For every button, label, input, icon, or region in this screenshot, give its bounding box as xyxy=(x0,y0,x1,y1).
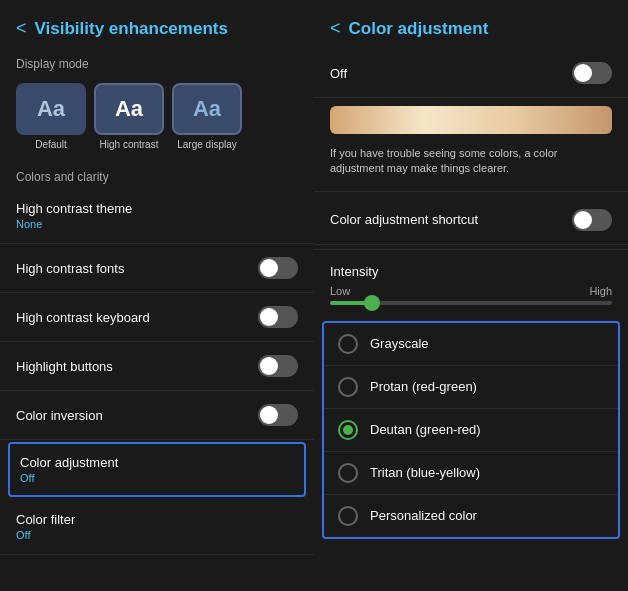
color-option-grayscale[interactable]: Grayscale xyxy=(324,323,618,366)
color-option-protan[interactable]: Protan (red-green) xyxy=(324,366,618,409)
color-adjustment-main-toggle-knob xyxy=(574,64,592,82)
setting-color-inversion[interactable]: Color inversion xyxy=(0,391,314,440)
radio-deutan[interactable] xyxy=(338,420,358,440)
color-option-protan-label: Protan (red-green) xyxy=(370,379,477,394)
color-adjustment-off-label: Off xyxy=(330,66,347,81)
intensity-section: Intensity Low High xyxy=(314,254,628,315)
high-contrast-fonts-toggle[interactable] xyxy=(258,257,298,279)
intensity-label: Intensity xyxy=(330,264,612,279)
setting-high-contrast-keyboard[interactable]: High contrast keyboard xyxy=(0,293,314,342)
color-adjustment-toggle-row[interactable]: Off xyxy=(314,49,628,98)
high-contrast-keyboard-toggle[interactable] xyxy=(258,306,298,328)
intensity-slider-thumb[interactable] xyxy=(364,295,380,311)
display-mode-row: Aa Default Aa High contrast Aa Large dis… xyxy=(0,75,314,160)
setting-color-filter-title: Color filter xyxy=(16,512,75,527)
right-panel-title: Color adjustment xyxy=(349,19,489,39)
display-mode-label: Display mode xyxy=(0,49,314,75)
colors-section-label: Colors and clarity xyxy=(0,160,314,188)
setting-high-contrast-theme[interactable]: High contrast theme None xyxy=(0,188,314,244)
color-inversion-toggle-knob xyxy=(260,406,278,424)
setting-high-contrast-theme-title: High contrast theme xyxy=(16,201,132,216)
radio-tritan[interactable] xyxy=(338,463,358,483)
right-back-button[interactable]: < xyxy=(330,18,341,39)
setting-color-filter[interactable]: Color filter Off xyxy=(0,499,314,555)
display-mode-high-contrast[interactable]: Aa High contrast xyxy=(94,83,164,150)
display-mode-high-contrast-box: Aa xyxy=(94,83,164,135)
divider-1 xyxy=(314,191,628,192)
color-option-deutan-label: Deutan (green-red) xyxy=(370,422,481,437)
color-option-grayscale-label: Grayscale xyxy=(370,336,429,351)
color-description-text: If you have trouble seeing some colors, … xyxy=(314,142,628,187)
color-option-deutan[interactable]: Deutan (green-red) xyxy=(324,409,618,452)
color-option-personalized[interactable]: Personalized color xyxy=(324,495,618,537)
radio-grayscale[interactable] xyxy=(338,334,358,354)
display-mode-default[interactable]: Aa Default xyxy=(16,83,86,150)
right-panel: < Color adjustment Off If you have troub… xyxy=(314,0,628,591)
intensity-high-label: High xyxy=(589,285,612,297)
color-preview-bar xyxy=(330,106,612,134)
setting-color-adjustment-subtitle: Off xyxy=(20,472,118,484)
highlight-buttons-toggle[interactable] xyxy=(258,355,298,377)
color-option-personalized-label: Personalized color xyxy=(370,508,477,523)
setting-high-contrast-fonts[interactable]: High contrast fonts xyxy=(0,244,314,293)
display-mode-large-label: Large display xyxy=(177,139,236,150)
setting-highlight-buttons-title: Highlight buttons xyxy=(16,359,113,374)
radio-protan[interactable] xyxy=(338,377,358,397)
setting-color-adjustment[interactable]: Color adjustment Off xyxy=(8,442,306,497)
setting-high-contrast-theme-left: High contrast theme None xyxy=(16,201,132,230)
color-inversion-toggle[interactable] xyxy=(258,404,298,426)
color-option-tritan[interactable]: Tritan (blue-yellow) xyxy=(324,452,618,495)
color-option-tritan-label: Tritan (blue-yellow) xyxy=(370,465,480,480)
display-mode-large-box: Aa xyxy=(172,83,242,135)
color-adjustment-shortcut-toggle[interactable] xyxy=(572,209,612,231)
setting-color-filter-left: Color filter Off xyxy=(16,512,75,541)
left-panel: < Visibility enhancements Display mode A… xyxy=(0,0,314,591)
high-contrast-keyboard-toggle-knob xyxy=(260,308,278,326)
setting-color-adjustment-left: Color adjustment Off xyxy=(20,455,118,484)
left-header: < Visibility enhancements xyxy=(0,12,314,49)
highlight-buttons-toggle-knob xyxy=(260,357,278,375)
intensity-slider-track[interactable] xyxy=(330,301,612,305)
left-panel-title: Visibility enhancements xyxy=(35,19,228,39)
intensity-low-label: Low xyxy=(330,285,350,297)
right-header: < Color adjustment xyxy=(314,12,628,49)
setting-color-adjustment-title: Color adjustment xyxy=(20,455,118,470)
color-adjustment-shortcut-toggle-knob xyxy=(574,211,592,229)
setting-color-filter-subtitle: Off xyxy=(16,529,75,541)
setting-color-inversion-title: Color inversion xyxy=(16,408,103,423)
divider-2 xyxy=(314,249,628,250)
setting-high-contrast-keyboard-title: High contrast keyboard xyxy=(16,310,150,325)
color-adjustment-shortcut-row[interactable]: Color adjustment shortcut xyxy=(314,196,628,245)
color-adjustment-shortcut-label: Color adjustment shortcut xyxy=(330,212,478,227)
display-mode-large[interactable]: Aa Large display xyxy=(172,83,242,150)
color-adjustment-main-toggle[interactable] xyxy=(572,62,612,84)
display-mode-default-box: Aa xyxy=(16,83,86,135)
display-mode-default-label: Default xyxy=(35,139,67,150)
setting-highlight-buttons[interactable]: Highlight buttons xyxy=(0,342,314,391)
display-mode-high-contrast-label: High contrast xyxy=(100,139,159,150)
left-back-button[interactable]: < xyxy=(16,18,27,39)
setting-high-contrast-fonts-title: High contrast fonts xyxy=(16,261,124,276)
color-options-container: Grayscale Protan (red-green) Deutan (gre… xyxy=(322,321,620,539)
setting-high-contrast-theme-subtitle: None xyxy=(16,218,132,230)
high-contrast-fonts-toggle-knob xyxy=(260,259,278,277)
radio-personalized[interactable] xyxy=(338,506,358,526)
